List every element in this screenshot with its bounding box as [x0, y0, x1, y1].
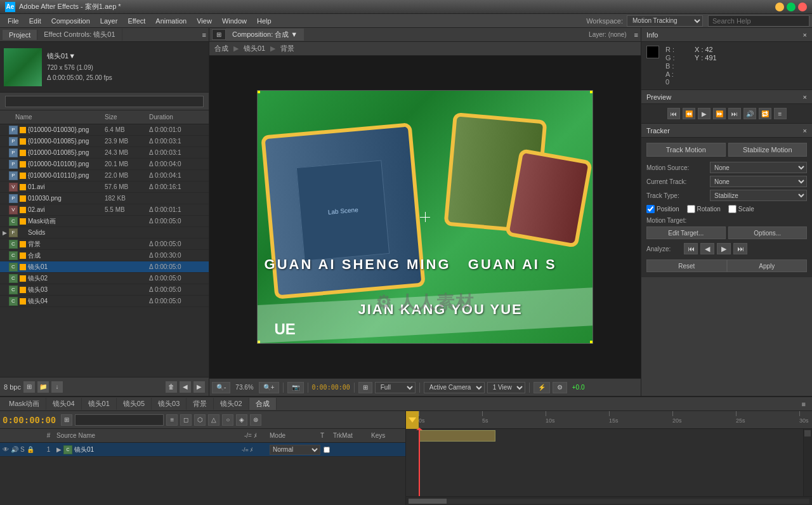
position-checkbox-label[interactable]: Position — [646, 205, 679, 213]
breadcrumb-bg[interactable]: 背景 — [280, 44, 294, 53]
quality-select[interactable]: Full Half Quarter — [375, 382, 416, 393]
tl-icon-btn-5[interactable]: △ — [208, 414, 219, 426]
timeline-tab-bg[interactable]: 背景 — [187, 398, 214, 410]
breadcrumb-comp[interactable]: 合成 — [214, 44, 228, 53]
prev-first-button[interactable]: ⏮ — [667, 108, 680, 119]
prev-back-button[interactable]: ⏪ — [683, 108, 695, 119]
views-count-select[interactable]: 1 View — [487, 382, 525, 393]
zoom-level[interactable]: 73.6% — [233, 384, 256, 391]
layer-t-check[interactable] — [324, 447, 330, 453]
zoom-out-button[interactable]: 🔍- — [212, 382, 230, 393]
scale-checkbox-label[interactable]: Scale — [728, 205, 754, 213]
timeline-ruler[interactable]: 0s 5s 10s 15s — [406, 411, 812, 429]
tl-icon-btn-1[interactable]: ⊞ — [61, 414, 72, 426]
tab-effect-controls[interactable]: Effect Controls: 镜头01 — [37, 29, 122, 41]
center-panel-menu[interactable]: ≡ — [634, 31, 638, 39]
prev-last-button[interactable]: ⏭ — [728, 108, 741, 119]
zoom-in-button[interactable]: 🔍+ — [259, 382, 279, 393]
list-item[interactable]: P {010000-010100}.png 20.1 MB Δ 0:00:04:… — [0, 159, 209, 170]
layer-solo-icon[interactable]: S — [20, 446, 25, 453]
list-item[interactable]: C 合成 Δ 0:00:30:0 — [0, 250, 209, 261]
track-type-select[interactable]: Stabilize Transform Parallel Corner Pin … — [710, 190, 807, 201]
new-folder-button[interactable]: 📁 — [37, 381, 49, 393]
rotation-checkbox[interactable] — [687, 205, 695, 213]
menu-animation[interactable]: Animation — [150, 16, 192, 26]
tl-icon-btn-6[interactable]: ○ — [222, 414, 233, 426]
timeline-expand-button[interactable] — [804, 430, 811, 436]
list-item[interactable]: C 镜头02 Δ 0:00:05:0 — [0, 273, 209, 284]
scroll-right-button[interactable]: ▶ — [193, 381, 205, 393]
list-item[interactable]: C 背景 Δ 0:00:05:0 — [0, 239, 209, 250]
list-item[interactable]: V 02.avi 5.5 MB Δ 0:00:01:1 — [0, 204, 209, 216]
project-search-input[interactable] — [5, 96, 204, 107]
timeline-timecode[interactable]: 0:00:00:00 — [3, 415, 56, 425]
timecode-display[interactable]: 0:00:00:00 — [312, 384, 350, 391]
menu-window[interactable]: Window — [217, 16, 252, 26]
analyze-back-first-button[interactable]: ⏮ — [684, 243, 698, 254]
current-track-select[interactable]: None — [710, 176, 807, 187]
prev-play-button[interactable]: ▶ — [698, 108, 710, 119]
view-select[interactable]: Active Camera — [424, 382, 485, 393]
tracker-close-icon[interactable]: × — [803, 127, 807, 134]
minimize-button[interactable] — [775, 3, 784, 11]
close-button[interactable] — [798, 3, 807, 11]
render-button[interactable]: ⚡ — [534, 382, 550, 393]
tl-icon-btn-4[interactable]: ⬡ — [194, 414, 206, 426]
comp-panel-icon[interactable]: ⊞ — [212, 29, 226, 40]
delete-button[interactable]: 🗑 — [166, 381, 177, 393]
timeline-search-input[interactable] — [75, 414, 164, 426]
layer-lock-icon[interactable]: 🔒 — [27, 446, 34, 453]
import-button[interactable]: ↓ — [51, 381, 63, 393]
layer-audio-icon[interactable]: 🔊 — [11, 446, 18, 453]
menu-view[interactable]: View — [192, 16, 217, 26]
menu-file[interactable]: File — [3, 16, 24, 26]
preview-close-icon[interactable]: × — [803, 93, 807, 101]
list-item[interactable]: C 镜头01 Δ 0:00:05:0 — [0, 261, 209, 273]
prev-audio-button[interactable]: 🔊 — [743, 108, 756, 119]
menu-edit[interactable]: Edit — [24, 16, 46, 26]
tab-composition[interactable]: Composition: 合成 ▼ — [226, 29, 304, 41]
timeline-tab-shot3[interactable]: 镜头03 — [152, 398, 187, 410]
timeline-tab-mask[interactable]: Mask动画 — [3, 398, 46, 410]
list-item[interactable]: P {010000-010030}.png 6.4 MB Δ 0:00:01:0 — [0, 124, 209, 136]
scroll-thumb[interactable] — [409, 499, 447, 504]
comp-settings-button[interactable]: ⚙ — [553, 382, 567, 393]
search-help-input[interactable] — [708, 15, 809, 27]
info-panel-menu[interactable]: × — [803, 31, 807, 39]
timeline-tab-comp[interactable]: 合成 — [249, 398, 277, 410]
new-comp-button[interactable]: ⊞ — [23, 381, 35, 393]
workspace-select[interactable]: Motion Tracking — [627, 15, 703, 27]
layer-row[interactable]: 👁 🔊 S 🔒 1 ▶ C 镜头01 -/= ﾒ Normal — [0, 443, 405, 457]
prev-forward-button[interactable]: ⏩ — [713, 108, 726, 119]
analyze-forward-last-button[interactable]: ⏭ — [733, 243, 747, 254]
stabilize-motion-button[interactable]: Stabilize Motion — [728, 143, 808, 157]
list-item[interactable]: P {010000-010085}.png 23.9 MB Δ 0:00:03:… — [0, 136, 209, 147]
analyze-forward-button[interactable]: ▶ — [717, 243, 731, 254]
position-checkbox[interactable] — [646, 205, 655, 213]
menu-effect[interactable]: Effect — [122, 16, 150, 26]
edit-target-button[interactable]: Edit Target... — [646, 226, 726, 239]
list-item[interactable]: C Mask动画 Δ 0:00:05:0 — [0, 216, 209, 227]
grid-button[interactable]: ⊞ — [358, 382, 372, 393]
timeline-tab-shot2[interactable]: 镜头02 — [214, 398, 249, 410]
list-item[interactable]: P 010030.png 182 KB — [0, 193, 209, 204]
tl-icon-btn-8[interactable]: ⊛ — [250, 414, 261, 426]
timeline-panel-menu[interactable]: ≡ — [798, 399, 809, 409]
scroll-left-button[interactable]: ◀ — [180, 381, 191, 393]
tl-icon-btn-7[interactable]: ◈ — [236, 414, 247, 426]
timeline-tab-shot4[interactable]: 镜头04 — [46, 398, 81, 410]
snapshot-button[interactable]: 📷 — [287, 382, 304, 393]
tl-icon-btn-2[interactable]: ≡ — [166, 414, 178, 426]
options-button[interactable]: Options... — [728, 226, 808, 239]
apply-button[interactable]: Apply — [727, 259, 808, 272]
list-item[interactable]: C 镜头04 Δ 0:00:05:0 — [0, 296, 209, 307]
menu-layer[interactable]: Layer — [95, 16, 123, 26]
motion-source-select[interactable]: None — [710, 162, 807, 173]
layer-keyframe-bar[interactable] — [419, 430, 495, 442]
layer-expand-icon[interactable]: ▶ — [56, 446, 62, 453]
tl-icon-btn-3[interactable]: ◻ — [180, 414, 192, 426]
prev-settings-button[interactable]: ≡ — [774, 108, 787, 119]
timeline-tab-shot5[interactable]: 镜头05 — [117, 398, 152, 410]
prev-loop-button[interactable]: 🔁 — [759, 108, 771, 119]
playhead-indicator[interactable] — [406, 411, 419, 429]
